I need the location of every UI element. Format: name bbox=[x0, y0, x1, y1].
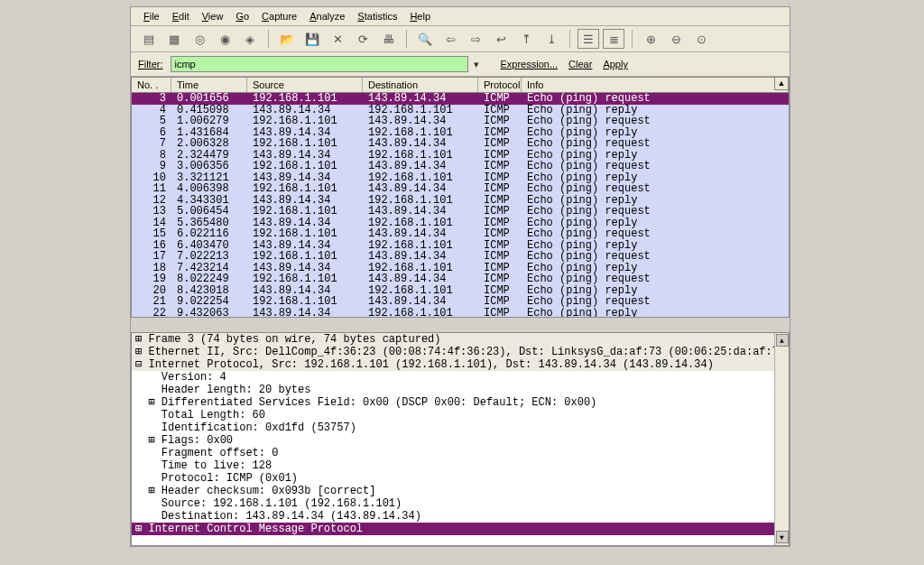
toolbar-bottom-icon[interactable]: ⤓ bbox=[541, 29, 562, 49]
filter-bar: Filter: ▾ Expression... Clear Apply bbox=[131, 52, 790, 77]
table-row[interactable]: 82.324479143.89.14.34192.168.1.101ICMPEc… bbox=[132, 150, 789, 162]
menu-statistics[interactable]: Statistics bbox=[352, 9, 402, 23]
table-row[interactable]: 198.022249192.168.1.101143.89.14.34ICMPE… bbox=[132, 273, 789, 285]
table-row[interactable]: 166.403470143.89.14.34192.168.1.101ICMPE… bbox=[132, 240, 789, 252]
tree-ip-dst[interactable]: Destination: 143.89.14.34 (143.89.14.34) bbox=[132, 510, 789, 523]
menu-capture[interactable]: Capture bbox=[256, 9, 302, 23]
col-time[interactable]: Time bbox=[171, 78, 247, 92]
toolbar-top-icon[interactable]: ⤒ bbox=[515, 29, 537, 49]
tree-ip-totlen[interactable]: Total Length: 60 bbox=[132, 409, 789, 421]
packet-list-header: No. . Time Source Destination Protocol I… bbox=[132, 78, 789, 93]
tree-ip-version[interactable]: Version: 4 bbox=[132, 371, 789, 384]
col-info[interactable]: Info bbox=[522, 78, 789, 92]
menu-bar: File Edit View Go Capture Analyze Statis… bbox=[131, 7, 790, 26]
tree-ip-flags[interactable]: ⊞ Flags: 0x00 bbox=[132, 434, 789, 447]
table-row[interactable]: 208.423018143.89.14.34192.168.1.101ICMPE… bbox=[132, 285, 789, 297]
tree-ip-checksum[interactable]: ⊞ Header checksum: 0x093b [correct] bbox=[132, 485, 789, 497]
toolbar-save-icon[interactable]: 💾 bbox=[301, 29, 323, 49]
filter-clear-link[interactable]: Clear bbox=[568, 59, 592, 69]
packet-list-pane: ▲ No. . Time Source Destination Protocol… bbox=[131, 77, 790, 318]
table-row[interactable]: 145.365480143.89.14.34192.168.1.101ICMPE… bbox=[132, 218, 789, 229]
filter-label: Filter: bbox=[138, 59, 163, 69]
scroll-up-icon[interactable]: ▲ bbox=[776, 334, 789, 347]
tree-ip-src[interactable]: Source: 192.168.1.101 (192.168.1.101) bbox=[132, 497, 789, 510]
toolbar-find-icon[interactable]: 🔍 bbox=[414, 29, 436, 49]
toolbar-print-icon[interactable]: 🖶 bbox=[377, 29, 399, 49]
toolbar-autoscroll-icon[interactable]: ≣ bbox=[603, 29, 624, 49]
table-row[interactable]: 229.432063143.89.14.34192.168.1.101ICMPE… bbox=[132, 308, 789, 319]
col-no[interactable]: No. . bbox=[132, 78, 171, 92]
toolbar-start-icon[interactable]: ◉ bbox=[214, 29, 236, 49]
toolbar-zoomreset-icon[interactable]: ⊙ bbox=[690, 29, 712, 49]
table-row[interactable]: 61.431684143.89.14.34192.168.1.101ICMPEc… bbox=[132, 127, 789, 139]
toolbar: ▤ ▦ ◎ ◉ ◈ 📂 💾 ✕ ⟳ 🖶 🔍 ⇦ ⇨ ↩ ⤒ ⤓ ☰ ≣ ⊕ ⊖ … bbox=[131, 26, 790, 52]
table-row[interactable]: 124.343301143.89.14.34192.168.1.101ICMPE… bbox=[132, 195, 789, 207]
tree-ip-dsf[interactable]: ⊞ Differentiated Services Field: 0x00 (D… bbox=[132, 396, 789, 409]
menu-edit[interactable]: Edit bbox=[167, 9, 195, 23]
table-row[interactable]: 135.006454192.168.1.101143.89.14.34ICMPE… bbox=[132, 206, 789, 218]
menu-view[interactable]: View bbox=[197, 9, 229, 23]
toolbar-back-icon[interactable]: ⇦ bbox=[439, 29, 461, 49]
scroll-down-icon[interactable]: ▼ bbox=[776, 531, 789, 543]
table-row[interactable]: 51.006279192.168.1.101143.89.14.34ICMPEc… bbox=[132, 116, 789, 127]
filter-dropdown-icon[interactable]: ▾ bbox=[470, 59, 483, 70]
tree-ip[interactable]: ⊟ Internet Protocol, Src: 192.168.1.101 … bbox=[132, 358, 789, 371]
table-row[interactable]: 103.321121143.89.14.34192.168.1.101ICMPE… bbox=[132, 172, 789, 184]
tree-ip-ttl[interactable]: Time to live: 128 bbox=[132, 459, 789, 472]
tree-frame[interactable]: ⊞ Frame 3 (74 bytes on wire, 74 bytes ca… bbox=[132, 333, 789, 346]
tree-ip-proto[interactable]: Protocol: ICMP (0x01) bbox=[132, 472, 789, 485]
tree-ip-hdrlen[interactable]: Header length: 20 bytes bbox=[132, 384, 789, 396]
tree-ip-id[interactable]: Identification: 0xd1fd (53757) bbox=[132, 421, 789, 434]
table-row[interactable]: 187.423214143.89.14.34192.168.1.101ICMPE… bbox=[132, 263, 789, 274]
tree-icmp[interactable]: ⊞ Internet Control Message Protocol bbox=[132, 523, 789, 535]
toolbar-options-icon[interactable]: ◎ bbox=[189, 29, 210, 49]
toolbar-colorize-icon[interactable]: ☰ bbox=[578, 29, 599, 49]
col-src[interactable]: Source bbox=[247, 78, 363, 92]
details-scrollbar[interactable]: ▲ ▼ bbox=[774, 333, 789, 545]
toolbar-forward-icon[interactable]: ⇨ bbox=[465, 29, 486, 49]
toolbar-open-icon[interactable]: 📂 bbox=[276, 29, 298, 49]
filter-expression-link[interactable]: Expression... bbox=[501, 59, 559, 69]
tree-ethernet[interactable]: ⊞ Ethernet II, Src: DellComp_4f:36:23 (0… bbox=[132, 346, 789, 358]
filter-apply-link[interactable]: Apply bbox=[603, 59, 628, 69]
scroll-up-icon[interactable]: ▲ bbox=[774, 77, 789, 90]
table-row[interactable]: 40.415098143.89.14.34192.168.1.101ICMPEc… bbox=[132, 105, 789, 116]
toolbar-zoomin-icon[interactable]: ⊕ bbox=[640, 29, 661, 49]
filter-input[interactable] bbox=[171, 56, 468, 72]
table-row[interactable]: 72.006328192.168.1.101143.89.14.34ICMPEc… bbox=[132, 138, 789, 150]
menu-file[interactable]: File bbox=[138, 9, 165, 23]
toolbar-stop-icon[interactable]: ◈ bbox=[239, 29, 261, 49]
toolbar-reload-icon[interactable]: ⟳ bbox=[352, 29, 374, 49]
col-proto[interactable]: Protocol bbox=[478, 78, 522, 92]
menu-analyze[interactable]: Analyze bbox=[304, 9, 350, 23]
menu-help[interactable]: Help bbox=[404, 9, 436, 23]
packet-details-pane: ⊞ Frame 3 (74 bytes on wire, 74 bytes ca… bbox=[131, 332, 790, 546]
toolbar-list-icon[interactable]: ▤ bbox=[138, 29, 160, 49]
tree-ip-fragoff[interactable]: Fragment offset: 0 bbox=[132, 447, 789, 459]
toolbar-close-icon[interactable]: ✕ bbox=[327, 29, 348, 49]
table-row[interactable]: 30.001656192.168.1.101143.89.14.34ICMPEc… bbox=[132, 93, 789, 105]
menu-go[interactable]: Go bbox=[230, 9, 254, 23]
col-dst[interactable]: Destination bbox=[363, 78, 478, 92]
table-row[interactable]: 114.006398192.168.1.101143.89.14.34ICMPE… bbox=[132, 183, 789, 195]
table-row[interactable]: 93.006356192.168.1.101143.89.14.34ICMPEc… bbox=[132, 161, 789, 172]
table-row[interactable]: 177.022213192.168.1.101143.89.14.34ICMPE… bbox=[132, 251, 789, 263]
table-row[interactable]: 219.022254192.168.1.101143.89.14.34ICMPE… bbox=[132, 296, 789, 308]
toolbar-zoomout-icon[interactable]: ⊖ bbox=[665, 29, 687, 49]
table-row[interactable]: 156.022116192.168.1.101143.89.14.34ICMPE… bbox=[132, 228, 789, 240]
toolbar-interfaces-icon[interactable]: ▦ bbox=[163, 29, 185, 49]
toolbar-goto-icon[interactable]: ↩ bbox=[490, 29, 512, 49]
